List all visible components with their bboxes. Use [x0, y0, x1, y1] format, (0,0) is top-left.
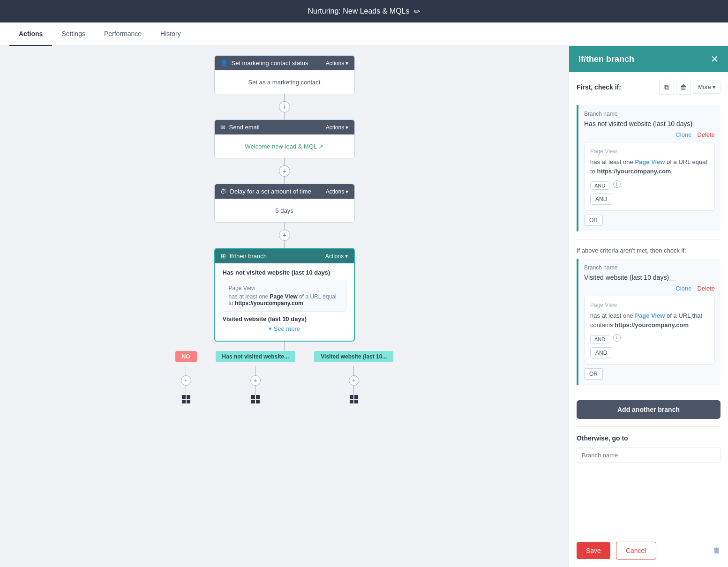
- or-btn-1[interactable]: OR: [584, 215, 603, 226]
- delay-icon: ⏱: [220, 188, 226, 195]
- node1-actions-btn[interactable]: Actions ▾: [326, 60, 349, 67]
- more-dropdown-btn[interactable]: More ▾: [693, 81, 720, 94]
- or-btn-2[interactable]: OR: [584, 368, 603, 380]
- first-check-label: First, check if:: [577, 83, 621, 91]
- email-icon: ✉: [220, 124, 225, 131]
- panel-header: If/then branch ✕: [569, 46, 728, 72]
- page-view-link-1[interactable]: Page View: [635, 158, 665, 165]
- branch-no-col: NO +: [175, 351, 197, 403]
- node-ifthen-header: ⊞ If/then branch Actions ▾: [215, 249, 354, 263]
- branch2-criteria-text: has at least one Page View of a URL that…: [590, 311, 709, 329]
- node1-body: Set as a marketing contact: [215, 70, 354, 94]
- and-filter-btn-2[interactable]: AND: [590, 335, 609, 343]
- copy-btn[interactable]: ⧉: [659, 80, 674, 95]
- node-set-marketing-header: 👤 Set marketing contact status Actions ▾: [215, 56, 354, 70]
- branch-visited-col: Visited website (last 10... +: [314, 351, 393, 403]
- branch1-name-label: Branch name: [584, 111, 715, 117]
- tab-actions[interactable]: Actions: [9, 22, 52, 46]
- panel-body: First, check if: ⧉ 🗑 More ▾ Branch name: [569, 72, 728, 534]
- branch1-criteria-text: has at least one Page View of a URL equa…: [590, 157, 709, 176]
- tab-history[interactable]: History: [151, 22, 190, 46]
- if-above-label: If above criteria aren't met, then check…: [577, 247, 720, 254]
- node-send-email: ✉ Send email Actions ▾ Welcome new lead …: [214, 119, 355, 158]
- panel-title: If/then branch: [578, 54, 634, 64]
- node4-actions-btn[interactable]: Actions ▾: [325, 253, 348, 260]
- node2-actions-btn[interactable]: Actions ▾: [326, 124, 349, 131]
- main-layout: 👤 Set marketing contact status Actions ▾…: [0, 46, 728, 567]
- see-more-btn[interactable]: ▾ See more: [223, 322, 346, 335]
- branch2-criteria-card: Page View has at least one Page View of …: [584, 296, 715, 365]
- copy-icon: ⧉: [664, 83, 669, 91]
- branch2-clone-link[interactable]: Clone: [675, 285, 691, 292]
- page-view-link-2[interactable]: Page View: [635, 312, 665, 319]
- node-send-email-header: ✉ Send email Actions ▾: [215, 120, 354, 134]
- branch-not-visited-add-btn[interactable]: +: [250, 375, 261, 386]
- trash-btn[interactable]: 🗑: [676, 80, 691, 95]
- workflow-nodes: 👤 Set marketing contact status Actions ▾…: [0, 55, 569, 403]
- add-btn-2[interactable]: +: [279, 165, 290, 177]
- branch2-preview-title: Visited website (last 10 days): [223, 315, 346, 322]
- right-panel: If/then branch ✕ First, check if: ⧉ 🗑: [569, 46, 728, 567]
- branch-no-label: NO: [175, 351, 197, 362]
- and-btn-2[interactable]: AND: [590, 347, 612, 358]
- branch1-editor: Branch name Clone Delete Page View has a…: [577, 105, 720, 231]
- otherwise-label: Otherwise, go to: [577, 434, 720, 442]
- branch1-name-input[interactable]: [584, 119, 715, 128]
- cancel-btn[interactable]: Cancel: [616, 542, 656, 560]
- branch-visited-label: Visited website (last 10...: [314, 351, 393, 362]
- branch2-name-input[interactable]: [584, 273, 715, 282]
- node2-body: Welcome new lead & MQL ↗: [215, 134, 354, 158]
- trash-icon: 🗑: [680, 83, 687, 91]
- branch2-editor: Branch name Clone Delete Page View has a…: [577, 259, 720, 385]
- add-btn-1[interactable]: +: [279, 101, 290, 112]
- node-set-marketing: 👤 Set marketing contact status Actions ▾…: [214, 55, 355, 94]
- branch2-delete-link[interactable]: Delete: [697, 285, 715, 292]
- and-filter-btn-1[interactable]: AND: [590, 181, 609, 190]
- node3-body: 5 days: [215, 199, 354, 222]
- panel-close-btn[interactable]: ✕: [711, 53, 719, 65]
- add-btn-3[interactable]: +: [279, 230, 290, 241]
- connector2: +: [279, 158, 290, 184]
- save-btn[interactable]: Save: [577, 542, 610, 559]
- panel-footer: Save Cancel 🗑: [569, 534, 728, 567]
- branch1-criteria-card: Page View has at least one Page View of …: [223, 280, 346, 312]
- branch-not-visited-end: [251, 395, 260, 403]
- branch2-criteria-title: Page View: [590, 302, 709, 308]
- tab-settings[interactable]: Settings: [52, 22, 95, 46]
- node-delay-header: ⏱ Delay for a set amount of time Actions…: [215, 184, 354, 199]
- and-btn-1[interactable]: AND: [590, 194, 612, 205]
- info-icon-2[interactable]: ℹ: [613, 334, 621, 342]
- user-icon: 👤: [220, 60, 228, 67]
- otherwise-input[interactable]: [577, 448, 720, 463]
- email-link[interactable]: Welcome new lead & MQL ↗: [245, 143, 324, 150]
- branch1-clone-link[interactable]: Clone: [675, 131, 691, 138]
- branch-not-visited-label: Has not visited website...: [216, 351, 296, 362]
- branch-not-visited-col: Has not visited website... +: [216, 351, 296, 403]
- workflow-canvas: 👤 Set marketing contact status Actions ▾…: [0, 46, 569, 567]
- connector3: +: [279, 223, 290, 248]
- external-link-icon: ↗: [318, 143, 323, 150]
- info-icon-1[interactable]: ℹ: [613, 180, 621, 188]
- branch1-delete-link[interactable]: Delete: [697, 131, 715, 138]
- nav-tabs: Actions Settings Performance History: [0, 22, 728, 46]
- workflow-title: Nurturing: New Leads & MQLs: [308, 7, 410, 15]
- node-delay: ⏱ Delay for a set amount of time Actions…: [214, 184, 355, 223]
- branch-visited-add-btn[interactable]: +: [349, 375, 359, 386]
- top-bar: Nurturing: New Leads & MQLs ✏: [0, 0, 728, 22]
- branch-visited-end: [350, 395, 358, 403]
- branch-icon: ⊞: [221, 253, 226, 260]
- add-branch-btn[interactable]: Add another branch: [577, 400, 720, 419]
- footer-delete-icon[interactable]: 🗑: [713, 546, 720, 555]
- node-ifthen: ⊞ If/then branch Actions ▾ Has not visit…: [214, 248, 355, 342]
- branch-no-end: [182, 395, 190, 403]
- ifthen-body: Has not visited website (last 10 days) P…: [215, 263, 354, 341]
- branch-no-add-btn[interactable]: +: [181, 375, 191, 386]
- tab-performance[interactable]: Performance: [95, 22, 151, 46]
- branch1-criteria-title: Page View: [590, 148, 709, 155]
- branch1-criteria-card: Page View has at least one Page View of …: [584, 142, 715, 211]
- otherwise-section: Otherwise, go to: [577, 426, 720, 463]
- edit-icon[interactable]: ✏: [414, 7, 420, 16]
- connector1: +: [279, 94, 290, 119]
- branch2-name-label: Branch name: [584, 264, 715, 271]
- node3-actions-btn[interactable]: Actions ▾: [326, 188, 349, 195]
